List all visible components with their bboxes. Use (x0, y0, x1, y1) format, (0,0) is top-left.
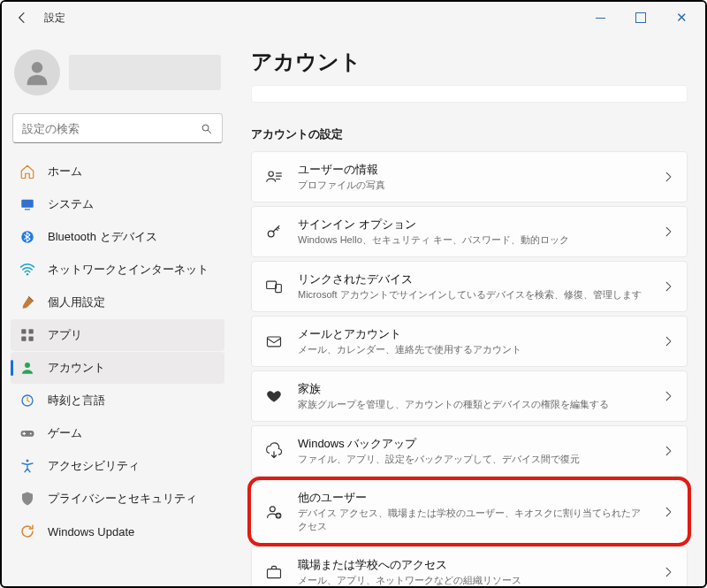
sidebar-item-time-language[interactable]: 時刻と言語 (11, 385, 224, 416)
family-icon (264, 386, 284, 406)
sidebar-item-accounts[interactable]: アカウント (11, 352, 224, 384)
shield-icon (19, 491, 35, 507)
key-icon (264, 222, 284, 241)
card-title: 他のユーザー (298, 490, 648, 506)
user-name-placeholder (69, 55, 221, 90)
card-title: ユーザーの情報 (298, 162, 648, 178)
svg-point-0 (32, 62, 42, 73)
chevron-right-icon (662, 335, 674, 347)
svg-rect-7 (21, 329, 26, 333)
svg-rect-23 (268, 569, 281, 578)
sidebar-item-label: アクセシビリティ (48, 458, 140, 474)
card-family[interactable]: 家族 家族グループを管理し、アカウントの種類とデバイスの権限を編集する (251, 370, 688, 422)
avatar (14, 50, 60, 95)
svg-point-11 (25, 363, 30, 368)
apps-icon (19, 327, 35, 343)
sidebar-item-label: 個人用設定 (48, 294, 105, 310)
chevron-right-icon (662, 445, 674, 457)
back-button[interactable] (11, 6, 34, 29)
sidebar-item-privacy[interactable]: プライバシーとセキュリティ (11, 483, 224, 515)
search-box[interactable] (12, 113, 223, 143)
sidebar-item-windows-update[interactable]: Windows Update (11, 515, 224, 547)
svg-rect-9 (21, 337, 26, 341)
card-title: Windows バックアップ (298, 436, 648, 452)
sidebar-item-personalization[interactable]: 個人用設定 (11, 286, 224, 318)
card-signin-options[interactable]: サインイン オプション Windows Hello、セキュリティ キー、パスワー… (251, 206, 688, 257)
sidebar-item-label: アカウント (48, 360, 105, 376)
card-subtitle: メール、アプリ、ネットワークなどの組織リソース (298, 574, 648, 586)
minimize-button[interactable] (580, 4, 620, 32)
window-title: 設定 (44, 11, 65, 26)
sidebar-item-label: プライバシーとセキュリティ (48, 491, 197, 507)
gamepad-icon (19, 425, 35, 441)
nav: ホーム システム Bluetooth とデバイス ネットワークとインターネット (11, 156, 224, 547)
chevron-right-icon (662, 280, 674, 293)
card-title: メールとアカウント (298, 326, 648, 342)
svg-point-14 (30, 432, 32, 434)
accounts-icon (19, 360, 35, 376)
card-title: 家族 (298, 381, 648, 397)
svg-rect-8 (29, 329, 34, 333)
sidebar-item-label: ネットワークとインターネット (48, 262, 209, 278)
card-subtitle: Microsoft アカウントでサインインしているデバイスを検索、修復、管理しま… (298, 288, 648, 302)
card-title: サインイン オプション (298, 217, 648, 233)
maximize-button[interactable] (620, 4, 661, 32)
chevron-right-icon (662, 566, 674, 578)
section-title: アカウントの設定 (251, 127, 688, 142)
sidebar: ホーム システム Bluetooth とデバイス ネットワークとインターネット (2, 34, 233, 586)
card-linked-devices[interactable]: リンクされたデバイス Microsoft アカウントでサインインしているデバイス… (251, 261, 688, 312)
card-subtitle: デバイス アクセス、職場または学校のユーザー、キオスクに割り当てられたアクセス (298, 507, 648, 533)
home-icon (19, 164, 35, 179)
other-users-icon (264, 502, 284, 522)
wifi-icon (19, 262, 35, 278)
card-other-users[interactable]: 他のユーザー デバイス アクセス、職場または学校のユーザー、キオスクに割り当てら… (251, 480, 688, 543)
sidebar-item-label: ゲーム (48, 425, 82, 441)
card-work-school[interactable]: 職場または学校へのアクセス メール、アプリ、ネットワークなどの組織リソース (251, 546, 688, 586)
close-button[interactable]: ✕ (661, 4, 702, 32)
svg-rect-10 (29, 337, 34, 341)
bluetooth-icon (19, 229, 35, 245)
sidebar-item-bluetooth[interactable]: Bluetooth とデバイス (11, 221, 224, 253)
accessibility-icon (19, 458, 35, 474)
sidebar-item-home[interactable]: ホーム (11, 156, 224, 187)
search-icon (200, 122, 213, 135)
svg-rect-4 (25, 209, 30, 210)
card-email-accounts[interactable]: メールとアカウント メール、カレンダー、連絡先で使用するアカウント (251, 316, 688, 367)
chevron-right-icon (662, 506, 674, 518)
sidebar-item-system[interactable]: システム (11, 188, 224, 220)
sidebar-item-label: システム (48, 196, 94, 212)
svg-line-2 (208, 130, 210, 133)
mail-icon (264, 332, 284, 351)
sidebar-item-accessibility[interactable]: アクセシビリティ (11, 450, 224, 482)
window-controls: ✕ (580, 4, 702, 32)
titlebar: 設定 ✕ (2, 2, 705, 34)
page-title: アカウント (251, 48, 688, 76)
card-subtitle: Windows Hello、セキュリティ キー、パスワード、動的ロック (298, 233, 648, 247)
briefcase-icon (264, 562, 284, 582)
svg-point-21 (270, 506, 275, 511)
sidebar-item-apps[interactable]: アプリ (11, 319, 224, 351)
sidebar-item-label: Bluetooth とデバイス (48, 229, 157, 245)
account-banner (251, 85, 688, 103)
settings-list: ユーザーの情報 プロファイルの写真 サインイン オプション Windows He… (251, 151, 688, 586)
card-windows-backup[interactable]: Windows バックアップ ファイル、アプリ、設定をバックアップして、デバイス… (251, 425, 688, 477)
card-subtitle: ファイル、アプリ、設定をバックアップして、デバイス間で復元 (298, 453, 648, 466)
system-icon (19, 196, 35, 212)
sidebar-item-network[interactable]: ネットワークとインターネット (11, 254, 224, 286)
update-icon (19, 523, 35, 539)
clock-icon (19, 393, 35, 409)
svg-rect-3 (21, 200, 34, 208)
svg-point-16 (269, 172, 273, 176)
card-your-info[interactable]: ユーザーの情報 プロファイルの写真 (251, 151, 688, 202)
card-title: リンクされたデバイス (298, 271, 648, 287)
card-subtitle: メール、カレンダー、連絡先で使用するアカウント (298, 343, 648, 356)
svg-rect-20 (268, 337, 281, 347)
search-input[interactable] (22, 122, 200, 135)
user-block[interactable] (11, 44, 224, 108)
svg-rect-18 (267, 281, 277, 288)
sidebar-item-gaming[interactable]: ゲーム (11, 417, 224, 449)
backup-icon (264, 441, 284, 461)
card-subtitle: プロファイルの写真 (298, 179, 648, 192)
card-subtitle: 家族グループを管理し、アカウントの種類とデバイスの権限を編集する (298, 398, 648, 411)
main: アカウント アカウントの設定 ユーザーの情報 プロファイルの写真 (233, 34, 705, 586)
